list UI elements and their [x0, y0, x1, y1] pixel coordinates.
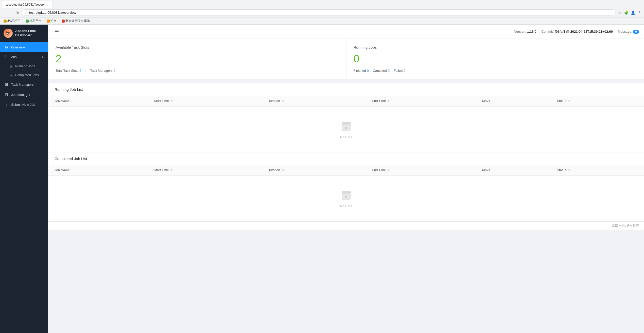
- col-job-name-running[interactable]: Job Name: [48, 96, 148, 107]
- commit-value: f06faf1 @ 2021-04-23T15:39:21+02:00: [555, 30, 613, 33]
- col-job-name-completed[interactable]: Job Name: [48, 165, 148, 176]
- sidebar-item-overview[interactable]: ⊙ Overview: [0, 42, 48, 52]
- card-available-stats: Total Task Slots 2 | Task Managers 2: [56, 69, 339, 73]
- task-managers-icon: ⊞: [4, 82, 9, 87]
- header-right: Version: 1.13.0 Commit: f06faf1 @ 2021-0…: [514, 30, 639, 34]
- col-tasks-running[interactable]: Tasks: [476, 96, 551, 107]
- browser-toolbar: ← → ↻ ⚠ test-bigdata-05:8081/#/overview …: [0, 8, 644, 17]
- col-status-running[interactable]: Status ▲▼: [551, 96, 644, 107]
- sort-icon-duration-running: ▲▼: [282, 99, 284, 103]
- bookmark-map[interactable]: 地图平台: [24, 18, 43, 24]
- col-status-completed[interactable]: Status ▲▼: [551, 165, 644, 176]
- stat-canceled: Canceled 0: [373, 69, 390, 73]
- header-message-meta: Message: 0: [618, 30, 639, 34]
- sidebar-item-job-manager[interactable]: ⊟ Job Manager: [0, 90, 48, 100]
- bookmarks-bar: JAVA学习 地图平台 论文 北京健康宝出现弹...: [0, 17, 644, 24]
- managers-value: 2: [114, 69, 115, 73]
- completed-jobs-icon: ◎: [10, 73, 12, 77]
- sidebar: 🦅 Apache Flink Dashboard ⊙ Overview ☰ Jo…: [0, 25, 48, 333]
- stat-separator: |: [85, 69, 86, 73]
- sidebar-label-completed-jobs: Completed Jobs: [15, 73, 39, 77]
- forward-button[interactable]: →: [9, 10, 14, 15]
- card-running-value: 0: [354, 54, 637, 64]
- sort-icon-end-completed: ▲▼: [388, 168, 390, 172]
- card-available-value: 2: [56, 54, 339, 64]
- header-commit-meta: Commit: f06faf1 @ 2021-04-23T15:39:21+02…: [541, 30, 613, 33]
- bookmark-paper-icon: [47, 20, 50, 23]
- app-container: 🦅 Apache Flink Dashboard ⊙ Overview ☰ Jo…: [0, 25, 644, 333]
- sort-icon-duration-completed: ▲▼: [282, 168, 284, 172]
- running-job-list-title: Running Job List: [48, 83, 644, 96]
- bookmark-button[interactable]: ☆: [617, 10, 622, 15]
- logo-text: Apache Flink Dashboard: [15, 29, 45, 38]
- col-duration-running[interactable]: Duration ▲▼: [262, 96, 366, 107]
- no-data-cell-completed: No Data: [48, 176, 644, 221]
- back-button[interactable]: ←: [2, 10, 7, 15]
- canceled-label: Canceled: [373, 69, 387, 73]
- no-data-icon-running: [340, 120, 352, 132]
- bookmark-map-icon: [26, 20, 29, 23]
- no-data-row-completed: No Data: [48, 176, 644, 221]
- total-slots-label: Total Task Slots: [56, 69, 78, 73]
- running-job-table-body: No Data: [48, 107, 644, 152]
- stat-failed: Failed 0: [394, 69, 406, 73]
- extension-button[interactable]: 🧩: [624, 10, 629, 15]
- sort-icon-start-running: ▲▼: [171, 99, 173, 103]
- bookmark-map-label: 地图平台: [29, 19, 42, 23]
- bookmark-java[interactable]: JAVA学习: [2, 18, 22, 24]
- menu-button[interactable]: ⋮: [637, 10, 642, 15]
- no-data-running: No Data: [55, 110, 638, 149]
- completed-job-table-head: Job Name Start Time ▲▼ Duration ▲▼ End T…: [48, 165, 644, 176]
- col-start-time-running[interactable]: Start Time ▲▼: [148, 96, 262, 107]
- card-running-stats: Finished 0 Canceled 0 Failed 0: [354, 69, 637, 73]
- profile-button[interactable]: 👤: [630, 10, 635, 15]
- sidebar-item-jobs[interactable]: ☰ Jobs ∧: [0, 52, 48, 62]
- card-available-title: Available Task Slots: [56, 45, 339, 49]
- col-end-time-completed[interactable]: End Time ▲▼: [366, 165, 476, 176]
- sidebar-item-submit-new-job[interactable]: ↓ Submit New Job: [0, 100, 48, 110]
- no-data-completed: No Data: [55, 179, 638, 218]
- stat-finished: Finished 0: [354, 69, 369, 73]
- bookmark-java-icon: [4, 20, 7, 23]
- bookmark-health[interactable]: 北京健康宝出现弹...: [60, 18, 94, 24]
- reload-button[interactable]: ↻: [15, 10, 20, 15]
- overview-icon: ⊙: [4, 45, 9, 49]
- sidebar-label-submit-new-job: Submit New Job: [11, 103, 35, 107]
- browser-tab[interactable]: test-bigdata-05:8081/#/overview: [2, 1, 53, 8]
- col-tasks-completed[interactable]: Tasks: [476, 165, 551, 176]
- no-data-text-running: No Data: [340, 135, 352, 139]
- completed-job-header-row: Job Name Start Time ▲▼ Duration ▲▼ End T…: [48, 165, 644, 176]
- sidebar-logo: 🦅 Apache Flink Dashboard: [0, 25, 48, 42]
- header-left: ☰: [53, 27, 60, 36]
- browser-chrome: test-bigdata-05:8081/#/overview ← → ↻ ⚠ …: [0, 0, 644, 25]
- sidebar-label-jobs: Jobs: [10, 55, 16, 59]
- sort-icon-end-running: ▲▼: [388, 99, 390, 103]
- version-value: 1.13.0: [527, 30, 536, 33]
- running-jobs-icon: ◎: [10, 64, 12, 68]
- cards-row: Available Task Slots 2 Total Task Slots …: [48, 39, 644, 79]
- col-end-time-running[interactable]: End Time ▲▼: [366, 96, 476, 107]
- logo-icon: 🦅: [4, 29, 13, 38]
- col-start-time-completed[interactable]: Start Time ▲▼: [148, 165, 262, 176]
- version-label: Version:: [514, 30, 526, 33]
- submit-icon: ↓: [4, 102, 9, 107]
- nav-group-jobs: ☰ Jobs ∧ ◎ Running Jobs ◎ Completed Jobs: [0, 52, 48, 79]
- url-text: test-bigdata-05:8081/#/overview: [29, 11, 76, 14]
- hamburger-icon[interactable]: ☰: [53, 27, 60, 36]
- col-duration-completed[interactable]: Duration ▲▼: [262, 165, 366, 176]
- finished-label: Finished: [354, 69, 366, 73]
- sidebar-item-completed-jobs[interactable]: ◎ Completed Jobs: [0, 71, 48, 79]
- sort-icon-status-running: ▲▼: [568, 99, 570, 103]
- stat-task-managers: Task Managers 2: [90, 69, 115, 73]
- sidebar-item-running-jobs[interactable]: ◎ Running Jobs: [0, 62, 48, 71]
- card-available-task-slots: Available Task Slots 2 Total Task Slots …: [48, 39, 346, 79]
- running-job-table: Job Name Start Time ▲▼ Duration ▲▼ End T…: [48, 96, 644, 152]
- app-header: ☰ Version: 1.13.0 Commit: f06faf1 @ 2021…: [48, 25, 644, 39]
- job-manager-icon: ⊟: [4, 92, 9, 97]
- address-bar[interactable]: ⚠ test-bigdata-05:8081/#/overview: [22, 9, 616, 16]
- completed-job-table-body: No Data: [48, 176, 644, 221]
- managers-label: Task Managers: [90, 69, 113, 73]
- message-badge: 0: [633, 30, 639, 34]
- bookmark-paper[interactable]: 论文: [45, 18, 58, 24]
- sidebar-item-task-managers[interactable]: ⊞ Task Managers: [0, 79, 48, 90]
